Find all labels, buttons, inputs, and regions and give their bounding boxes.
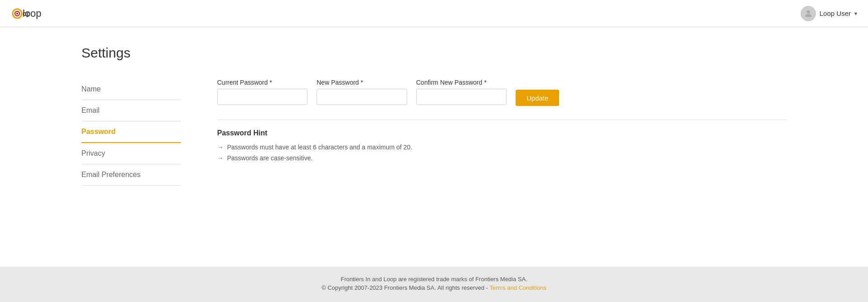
update-button[interactable]: Update <box>516 90 559 106</box>
user-avatar <box>801 6 816 21</box>
footer-copyright: © Copyright 2007-2023 Frontiers Media SA… <box>322 284 489 291</box>
password-hint-title: Password Hint <box>217 129 787 137</box>
password-form-row: Current Password * New Password * Confir… <box>217 79 787 106</box>
sidebar-item-privacy[interactable]: Privacy <box>81 143 181 164</box>
new-password-group: New Password * <box>317 79 407 105</box>
chevron-down-icon: ▾ <box>854 10 857 17</box>
footer: Frontiers In and Loop are registered tra… <box>0 267 868 302</box>
hint-text-1: Passwords must have at least 6 character… <box>227 144 412 151</box>
user-name: Loop User <box>820 10 851 17</box>
sidebar-item-password[interactable]: Password <box>81 121 181 143</box>
new-password-input[interactable] <box>317 89 407 105</box>
confirm-password-label: Confirm New Password * <box>416 79 507 86</box>
page-title: Settings <box>81 45 787 61</box>
logo-text: loop <box>23 8 42 19</box>
logo: op loop <box>11 5 42 23</box>
confirm-password-group: Confirm New Password * <box>416 79 507 105</box>
hint-list: → Passwords must have at least 6 charact… <box>217 144 787 162</box>
current-password-group: Current Password * <box>217 79 308 105</box>
user-menu[interactable]: Loop User ▾ <box>801 6 857 21</box>
settings-form: Current Password * New Password * Confir… <box>217 79 787 186</box>
settings-nav: Name Email Password Privacy Email Prefer… <box>81 79 181 186</box>
sidebar-item-email-preferences[interactable]: Email Preferences <box>81 164 181 186</box>
svg-point-4 <box>806 10 810 13</box>
settings-layout: Name Email Password Privacy Email Prefer… <box>81 79 787 186</box>
hint-text-2: Passwords are case-sensitive. <box>227 154 313 162</box>
svg-point-2 <box>16 13 18 14</box>
form-divider <box>217 120 787 120</box>
footer-line1: Frontiers In and Loop are registered tra… <box>9 276 859 283</box>
hint-item-2: → Passwords are case-sensitive. <box>217 154 787 162</box>
terms-and-conditions-link[interactable]: Terms and Conditions <box>489 284 546 291</box>
password-hint-section: Password Hint → Passwords must have at l… <box>217 129 787 162</box>
sidebar-item-name[interactable]: Name <box>81 79 181 100</box>
current-password-input[interactable] <box>217 89 308 105</box>
hint-item-1: → Passwords must have at least 6 charact… <box>217 144 787 151</box>
footer-line2: © Copyright 2007-2023 Frontiers Media SA… <box>9 284 859 291</box>
arrow-icon-2: → <box>217 154 223 162</box>
sidebar-item-email[interactable]: Email <box>81 100 181 121</box>
arrow-icon-1: → <box>217 144 223 151</box>
header: op loop Loop User ▾ <box>0 0 868 27</box>
confirm-password-input[interactable] <box>416 89 507 105</box>
current-password-label: Current Password * <box>217 79 308 86</box>
main-content: Settings Name Email Password Privacy Ema… <box>0 27 868 267</box>
new-password-label: New Password * <box>317 79 407 86</box>
